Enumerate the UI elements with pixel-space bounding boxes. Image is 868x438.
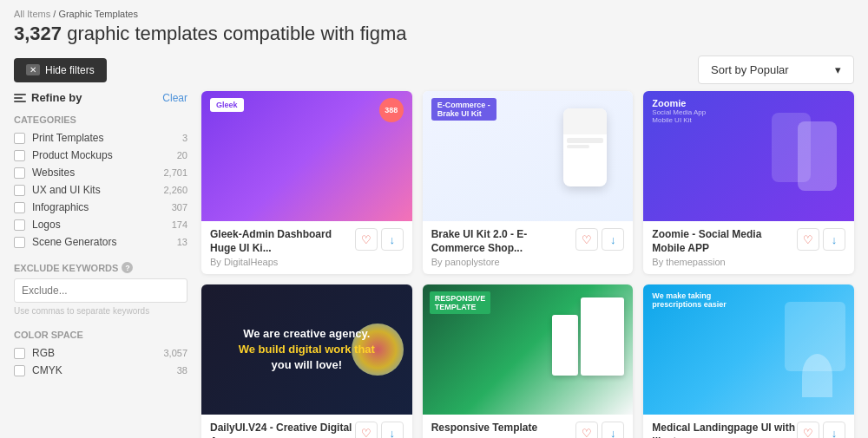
card-info: Medical Landingpage UI with illustr... B… — [643, 415, 854, 438]
like-button[interactable]: ♡ — [797, 422, 819, 438]
card-brake: E-Commerce -Brake UI Kit Brake UI Kit 2.… — [423, 91, 634, 274]
filter-checkbox[interactable] — [14, 237, 25, 248]
card-title: Zoomie - Social Media Mobile APP — [652, 228, 797, 255]
card-author: By panoplystore — [431, 257, 576, 267]
card-title: Medical Landingpage UI with illustr... — [652, 422, 797, 438]
card-title: Responsive Template — [431, 422, 576, 435]
card-title: Gleek-Admin Dashboard Huge UI Ki... — [210, 228, 355, 255]
filter-checkbox[interactable] — [14, 167, 25, 179]
filter-name: Infographics — [32, 201, 89, 213]
color-space-item: RGB 3,057 — [14, 347, 187, 359]
color-name: CMYK — [32, 364, 62, 376]
download-button[interactable]: ↓ — [381, 228, 404, 251]
card-thumb: We are creative agency.We build digital … — [201, 284, 412, 415]
sort-dropdown[interactable]: Sort by Popular ▾ — [698, 56, 854, 84]
download-button[interactable]: ↓ — [823, 228, 845, 251]
filter-count: 13 — [177, 237, 187, 247]
card-title: Brake UI Kit 2.0 - E-Commerce Shop... — [431, 228, 576, 255]
card-info: Zoomie - Social Media Mobile APP By them… — [643, 221, 854, 274]
download-button[interactable]: ↓ — [602, 422, 624, 438]
grid-area: Gleek 388 Gleek-Admin Dashboard Huge UI … — [201, 91, 854, 438]
breadcrumb-all-items[interactable]: All Items — [14, 9, 50, 19]
refine-header: Refine by Clear — [14, 91, 187, 104]
card-responsive: RESPONSIVETEMPLATE Responsive Template B… — [423, 284, 634, 438]
filter-count: 3 — [182, 133, 187, 143]
color-space-title: Color Space — [14, 330, 187, 340]
download-button[interactable]: ↓ — [823, 422, 845, 438]
categories-title: Categories — [14, 114, 187, 125]
color-name: RGB — [32, 347, 55, 359]
refine-label: Refine by — [14, 91, 82, 104]
filter-item: Logos 174 — [14, 219, 187, 231]
exclude-keywords-label: Exclude Keywords ? — [14, 262, 187, 273]
card-medical: We make takingprescriptions easier Medic… — [643, 284, 854, 438]
filter-checkbox[interactable] — [14, 202, 25, 213]
filter-count: 2,701 — [163, 167, 187, 178]
filter-checkbox[interactable] — [14, 185, 25, 196]
card-actions: ♡ ↓ — [355, 422, 404, 438]
hide-filters-button[interactable]: ✕ Hide filters — [14, 58, 107, 82]
result-count: 3,327 — [14, 23, 62, 44]
filter-name: Print Templates — [32, 132, 103, 144]
clear-filters-link[interactable]: Clear — [162, 92, 187, 104]
filter-count: 20 — [177, 150, 187, 160]
like-button[interactable]: ♡ — [355, 422, 378, 438]
hide-filters-label: Hide filters — [45, 64, 95, 76]
color-checkbox[interactable] — [14, 348, 25, 359]
card-thumb: Zoomie Social Media AppMobile UI Kit — [643, 91, 854, 221]
filter-name: Websites — [32, 167, 75, 179]
color-count: 38 — [177, 365, 187, 376]
card-info: Gleek-Admin Dashboard Huge UI Ki... By D… — [201, 221, 412, 274]
help-icon[interactable]: ? — [122, 262, 133, 273]
card-info: DailyUI.V24 - Creative Digital Agenc... … — [201, 415, 412, 438]
filter-name: Product Mockups — [32, 149, 113, 161]
card-dailyui: We are creative agency.We build digital … — [201, 284, 412, 438]
color-checkbox[interactable] — [14, 365, 25, 376]
color-space-item: CMYK 38 — [14, 364, 187, 376]
like-button[interactable]: ♡ — [355, 228, 378, 251]
filter-count: 2,260 — [163, 185, 187, 195]
filter-checkbox[interactable] — [14, 219, 25, 231]
filter-item: Print Templates 3 — [14, 132, 187, 144]
filter-item: UX and UI Kits 2,260 — [14, 184, 187, 196]
card-thumb: E-Commerce -Brake UI Kit — [423, 91, 634, 221]
like-button[interactable]: ♡ — [575, 422, 598, 438]
card-author: By DigitalHeaps — [210, 257, 355, 267]
sort-label: Sort by Popular — [711, 63, 789, 76]
cards-grid: Gleek 388 Gleek-Admin Dashboard Huge UI … — [201, 91, 854, 438]
filter-checkbox[interactable] — [14, 133, 25, 144]
filter-icon — [14, 94, 26, 102]
breadcrumb-current: Graphic Templates — [58, 9, 138, 19]
filter-item: Websites 2,701 — [14, 167, 187, 179]
close-icon: ✕ — [26, 64, 40, 75]
download-button[interactable]: ↓ — [381, 422, 404, 438]
card-actions: ♡ ↓ — [797, 228, 845, 251]
filter-item: Infographics 307 — [14, 201, 187, 213]
download-button[interactable]: ↓ — [602, 228, 624, 251]
page-title: 3,327 graphic templates compatible with … — [14, 23, 854, 45]
filter-item: Product Mockups 20 — [14, 149, 187, 161]
card-zoomie: Zoomie Social Media AppMobile UI Kit Zoo… — [643, 91, 854, 274]
color-count: 3,057 — [163, 348, 187, 358]
categories-list: Print Templates 3 Product Mockups 20 Web… — [14, 132, 187, 248]
exclude-input[interactable] — [14, 278, 187, 303]
sidebar: Refine by Clear Categories Print Templat… — [14, 91, 187, 438]
filter-count: 307 — [172, 202, 187, 212]
card-info: Brake UI Kit 2.0 - E-Commerce Shop... By… — [423, 221, 634, 274]
card-actions: ♡ ↓ — [575, 228, 624, 251]
card-actions: ♡ ↓ — [797, 422, 845, 438]
top-bar: All Items / Graphic Templates 3,327 grap… — [0, 0, 868, 49]
like-button[interactable]: ♡ — [575, 228, 598, 251]
filter-checkbox[interactable] — [14, 150, 25, 161]
color-space-section: Color Space RGB 3,057 CMYK 38 — [14, 330, 187, 376]
color-spaces-list: RGB 3,057 CMYK 38 — [14, 347, 187, 376]
filter-name: Logos — [32, 219, 61, 231]
card-actions: ♡ ↓ — [575, 422, 624, 438]
like-button[interactable]: ♡ — [797, 228, 819, 251]
card-thumb: We make takingprescriptions easier — [643, 284, 854, 415]
filter-item: Scene Generators 13 — [14, 236, 187, 248]
card-actions: ♡ ↓ — [355, 228, 404, 251]
card-author: By themepassion — [652, 257, 797, 267]
filter-count: 174 — [172, 219, 187, 230]
filter-name: UX and UI Kits — [32, 184, 101, 196]
